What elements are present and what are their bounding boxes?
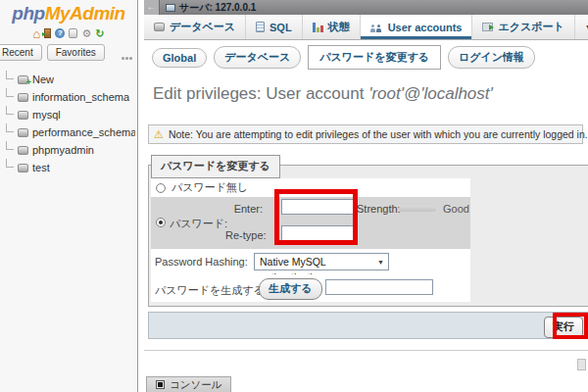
page-title-account: 'root'@'localhost': [368, 84, 493, 103]
tree-connector: [6, 159, 14, 168]
enter-label: Enter:: [233, 203, 263, 215]
refresh-icon[interactable]: ↻: [95, 28, 104, 39]
subtab-login-information[interactable]: ログイン情報: [448, 46, 535, 69]
subtab-change-password[interactable]: パスワードを変更する: [308, 45, 441, 70]
tab-label: 状態: [328, 20, 350, 34]
tree-connector: [6, 141, 14, 150]
server-breadcrumb-bar: ← サーバ: 127.0.0.1: [144, 0, 588, 15]
tree-connector: [6, 106, 14, 115]
chevron-down-icon: ▼: [377, 254, 384, 270]
hashing-select[interactable]: Native MySQL authentication ▼: [254, 253, 389, 270]
console-toggle[interactable]: コンソール: [146, 376, 231, 392]
sidebar-item-new[interactable]: + New: [6, 71, 135, 88]
generate-label: パスワードを生成する: [155, 283, 265, 298]
sidebar-item-information-schema[interactable]: information_schema: [6, 88, 135, 106]
tab-databases[interactable]: データベース: [144, 15, 246, 39]
tree-connector: [6, 71, 14, 79]
sidebar-item-performance-schema[interactable]: performance_schema: [6, 123, 135, 141]
tab-sql[interactable]: SQL: [246, 15, 303, 39]
page-title-prefix: Edit privileges: User account: [153, 84, 368, 103]
docs-icon[interactable]: [69, 28, 77, 38]
generate-password-row: パスワードを生成する 生成する: [151, 274, 470, 302]
scrollbar-corner: [577, 359, 586, 370]
user-accounts-icon: [370, 23, 383, 32]
password-form-table: パスワード無し パスワード: Enter: Strength: Good Re-…: [151, 178, 470, 302]
logo-part-php: php: [12, 3, 44, 24]
password-label: パスワード:: [170, 217, 227, 231]
panel-dots-icon[interactable]: [122, 57, 124, 60]
database-icon: [18, 128, 28, 137]
tab-label: User accounts: [388, 22, 463, 33]
export-icon: [482, 23, 493, 31]
database-icon: [18, 146, 28, 155]
password-radio[interactable]: [156, 218, 166, 227]
main-content: ← サーバ: 127.0.0.1 データベース SQL 状態 User acco…: [144, 0, 588, 392]
settings-gear-icon[interactable]: ⚙: [81, 28, 91, 39]
tab-export[interactable]: エクスポート: [472, 15, 574, 39]
tab-status[interactable]: 状態: [303, 15, 361, 39]
password-enter-input[interactable]: [281, 199, 354, 215]
password-row: パスワード: Enter: Strength: Good Re-type:: [151, 197, 470, 249]
help-icon[interactable]: ?: [55, 28, 65, 38]
console-label: コンソール: [170, 378, 221, 392]
tree-item-label: information_schema: [32, 91, 129, 103]
home-icon[interactable]: ⌂: [33, 27, 41, 40]
sidebar-tabs: Recent Favorites: [0, 44, 105, 61]
generate-button[interactable]: 生成する: [259, 278, 322, 300]
strength-label: Strength:: [357, 203, 401, 215]
tree-item-label: test: [32, 162, 50, 173]
fieldset-legend: パスワードを変更する: [151, 155, 280, 178]
server-label[interactable]: サーバ: 127.0.0.1: [179, 1, 256, 15]
tree-connector: [6, 88, 14, 97]
phpmyadmin-logo[interactable]: phpMyAdmin: [0, 3, 137, 24]
back-button[interactable]: ←: [144, 0, 160, 15]
warning-icon: ⚠: [154, 128, 164, 141]
tree-connector: [6, 123, 14, 132]
tree-item-label: mysql: [32, 109, 61, 121]
phpmyadmin-window: phpMyAdmin ⌂ ? ⚙ ↻ Recent Favorites + Ne…: [0, 0, 588, 392]
tree-item-label: performance_schema: [32, 126, 135, 138]
privileges-subtab-bar: Global データベース パスワードを変更する ログイン情報: [152, 45, 535, 70]
database-icon: [18, 164, 28, 172]
generated-password-input[interactable]: [325, 279, 433, 295]
password-hashing-row: Password Hashing: Native MySQL authentic…: [151, 249, 470, 274]
database-icon: [18, 111, 28, 120]
tab-recent[interactable]: Recent: [0, 44, 42, 61]
bar-chart-icon: [313, 23, 323, 32]
content-divider: [144, 350, 588, 351]
subtab-global[interactable]: Global: [152, 48, 207, 68]
new-database-icon: +: [18, 75, 28, 84]
tree-item-label: phpmyadmin: [32, 144, 94, 156]
database-tree: + New information_schema mysql performan…: [6, 71, 135, 176]
main-tab-bar: データベース SQL 状態 User accounts エクスポート ▼ その他: [144, 15, 588, 40]
sidebar-toolbar: ⌂ ? ⚙ ↻: [0, 27, 137, 39]
sql-page-icon: [256, 22, 265, 32]
sidebar-item-test[interactable]: test: [6, 159, 135, 176]
retype-label: Re-type:: [225, 229, 263, 241]
change-password-fieldset: パスワードを変更する パスワード無し パスワード: Enter: Strengt…: [148, 165, 588, 307]
server-icon: [166, 4, 175, 12]
logout-icon[interactable]: [44, 28, 51, 38]
password-none-row: パスワード無し: [151, 178, 470, 197]
tab-label: SQL: [270, 22, 292, 33]
strength-meter: [399, 206, 436, 212]
database-icon: [18, 93, 28, 102]
tree-item-label: New: [32, 74, 54, 85]
go-button[interactable]: 実行: [544, 317, 583, 338]
sidebar-item-phpmyadmin[interactable]: phpmyadmin: [6, 141, 135, 159]
tab-more[interactable]: ▼ その他: [575, 15, 588, 39]
console-icon: [156, 380, 165, 389]
note-banner: ⚠ Note: You are attempting to edit privi…: [148, 124, 583, 144]
subtab-database[interactable]: データベース: [214, 46, 301, 69]
tab-favorites[interactable]: Favorites: [47, 44, 105, 61]
logo-part-myadmin: MyAdmin: [45, 3, 125, 24]
navigation-sidebar: phpMyAdmin ⌂ ? ⚙ ↻ Recent Favorites + Ne…: [0, 0, 138, 392]
page-title: Edit privileges: User account 'root'@'lo…: [153, 84, 493, 104]
no-password-radio[interactable]: [156, 183, 166, 193]
form-footer-bar: 実行: [148, 312, 588, 339]
database-icon: [154, 23, 165, 31]
password-retype-input[interactable]: [281, 225, 354, 241]
sidebar-item-mysql[interactable]: mysql: [6, 106, 135, 123]
tab-user-accounts[interactable]: User accounts: [361, 15, 473, 39]
note-text: Note: You are attempting to edit privile…: [169, 128, 588, 140]
